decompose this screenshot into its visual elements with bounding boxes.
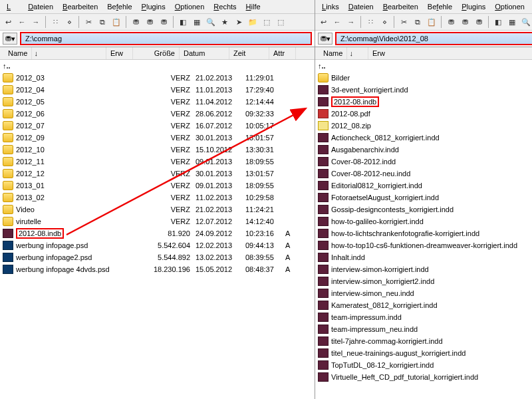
header-ext-r[interactable]: Erw <box>368 47 532 59</box>
view1-icon[interactable]: ◧ <box>177 16 189 28</box>
copy-icon-r[interactable]: ⧉ <box>412 16 424 28</box>
table-row[interactable]: 3d-event_korrigiert.indd <box>315 84 532 96</box>
table-row[interactable]: team-impressum_neu.indd <box>315 323 532 335</box>
table-row[interactable]: 2012_08.zip <box>315 120 532 132</box>
menu-links[interactable]: L <box>3 1 23 12</box>
menu-hilfe[interactable]: Hilfe <box>242 1 265 12</box>
table-row[interactable]: Cover-08-2012-neu.indd <box>315 168 532 180</box>
table-row[interactable]: Gossip-designcontests_korrigiert.indd <box>315 203 532 215</box>
right-file-list[interactable]: ↑.. Bilder 3d-event_korrigiert.indd 2012… <box>315 60 532 399</box>
header-name[interactable]: Name ↓ <box>0 47 106 59</box>
paste-icon-r[interactable]: 📋 <box>426 16 438 28</box>
table-row[interactable]: 2012_10 VERZ 15.10.2012 13:30:31 <box>0 144 315 156</box>
back-icon-r[interactable]: ← <box>331 16 343 28</box>
arrow-icon[interactable]: ➤ <box>233 16 245 28</box>
menu-dateien-r[interactable]: Dateien <box>344 1 378 12</box>
table-row[interactable]: 2012-08.indb 81.920 24.09.2012 10:23:16 … <box>0 227 315 239</box>
mask-icon[interactable]: ∷ <box>49 16 61 28</box>
header-time[interactable]: Zeit <box>229 47 269 59</box>
table-row[interactable]: 2012_04 VERZ 11.01.2013 17:29:40 <box>0 84 315 96</box>
table-row[interactable]: 2012_12 VERZ 30.01.2013 13:01:57 <box>0 168 315 180</box>
search-icon-r[interactable]: 🔍 <box>520 16 532 28</box>
table-row[interactable]: Ausgabenarchiv.indd <box>315 144 532 156</box>
table-row[interactable]: werbung infopage2.psd 5.544.892 13.02.20… <box>0 251 315 263</box>
table-row[interactable]: 2013_02 VERZ 11.02.2013 10:29:58 <box>0 192 315 203</box>
table-row[interactable]: werbung infopage.psd 5.542.604 12.02.201… <box>0 239 315 251</box>
left-path-box[interactable]: Z:\commag <box>20 32 312 45</box>
up-dir[interactable]: ↑.. <box>0 60 315 72</box>
star-icon-r[interactable]: ⋄ <box>378 16 390 28</box>
table-row[interactable]: 2012_09 VERZ 30.01.2013 13:01:57 <box>0 132 315 144</box>
drive3-icon-r[interactable]: ⛃ <box>473 16 485 28</box>
drive1-icon[interactable]: ⛃ <box>130 16 142 28</box>
table-row[interactable]: virutelle VERZ 12.07.2012 14:12:40 <box>0 215 315 227</box>
table-row[interactable]: 2012-08.indb <box>315 96 532 108</box>
header-attr[interactable]: Attr <box>269 47 296 59</box>
table-row[interactable]: Video VERZ 21.02.2013 11:24:21 <box>0 203 315 215</box>
table-row[interactable]: 2012-08.pdf <box>315 108 532 120</box>
search-icon[interactable]: 🔍 <box>205 16 217 28</box>
table-row[interactable]: Kameratest_0812_korrigiert.indd <box>315 299 532 311</box>
menu-optionen-r[interactable]: Optionen <box>491 1 529 12</box>
header-ext[interactable]: Erw <box>106 47 133 59</box>
table-row[interactable]: interview-simon-korrigiert.indd <box>315 263 532 275</box>
menu-plugins[interactable]: Plugins <box>138 1 170 12</box>
header-date[interactable]: Datum <box>180 47 229 59</box>
copy-icon[interactable]: ⧉ <box>96 16 108 28</box>
menu-bearbeiten-r[interactable]: Bearbeiten <box>379 1 422 12</box>
star-icon[interactable]: ⋄ <box>63 16 75 28</box>
table-row[interactable]: 2012_11 VERZ 09.01.2013 18:09:55 <box>0 156 315 168</box>
drive-button-left[interactable]: ⛃▾ <box>3 33 17 45</box>
table-row[interactable]: Virtuelle_Heft_CD_pdf_tutorial_korrigier… <box>315 371 532 383</box>
table-row[interactable]: Cover-08-2012.indd <box>315 156 532 168</box>
table-row[interactable]: how-to-top10-cs6-funktionen-dreamweaver-… <box>315 239 532 251</box>
view2-icon-r[interactable]: ▦ <box>506 16 518 28</box>
table-row[interactable]: titel_neue-trainings-august_korrigiert.i… <box>315 347 532 359</box>
menu-befehle-r[interactable]: Befehle <box>424 1 456 12</box>
forward-icon[interactable]: → <box>30 16 42 28</box>
table-row[interactable]: team-impressum.indd <box>315 311 532 323</box>
header-name-r[interactable]: Name ↓ <box>315 47 368 59</box>
table-row[interactable]: Inhalt.indd <box>315 251 532 263</box>
star2-icon[interactable]: ★ <box>219 16 231 28</box>
table-row[interactable]: 2012_06 VERZ 28.06.2012 09:32:33 <box>0 108 315 120</box>
cut-icon[interactable]: ✂ <box>82 16 94 28</box>
view1-icon-r[interactable]: ◧ <box>492 16 504 28</box>
drive-button-right[interactable]: ⛃▾ <box>318 33 332 45</box>
table-row[interactable]: 2013_01 VERZ 09.01.2013 18:09:55 <box>0 180 315 192</box>
table-row[interactable]: Bilder <box>315 72 532 84</box>
drive3-icon[interactable]: ⛃ <box>158 16 170 28</box>
table-row[interactable]: interview-simon_neu.indd <box>315 287 532 299</box>
menu-bearbeiten[interactable]: Bearbeiten <box>59 1 102 12</box>
menu-plugins-r[interactable]: Plugins <box>458 1 489 12</box>
drive1-icon-r[interactable]: ⛃ <box>445 16 457 28</box>
drive2-icon-r[interactable]: ⛃ <box>459 16 471 28</box>
table-row[interactable]: 2012_03 VERZ 21.02.2013 11:29:01 <box>0 72 315 84</box>
back-icon[interactable]: ← <box>16 16 28 28</box>
menu-optionen[interactable]: Optionen <box>171 1 209 12</box>
right-path-box[interactable]: Z:\commag\Video\2012_08 <box>335 32 532 45</box>
table-row[interactable]: titel-7jahre-commag-korrigiert.indd <box>315 335 532 347</box>
menu-rechts[interactable]: Rechts <box>209 1 240 12</box>
extra1-icon[interactable]: ⬚ <box>261 16 273 28</box>
history-back-icon[interactable]: ↩ <box>2 16 14 28</box>
forward-icon-r[interactable]: → <box>345 16 357 28</box>
mask-icon-r[interactable]: ∷ <box>364 16 376 28</box>
table-row[interactable]: 2012_07 VERZ 16.07.2012 10:05:17 <box>0 120 315 132</box>
menu-dateien[interactable]: Dateien <box>24 1 57 12</box>
left-file-list[interactable]: ↑.. 2012_03 VERZ 21.02.2013 11:29:01 201… <box>0 60 315 399</box>
table-row[interactable]: Actioncheck_0812_korrigiert.indd <box>315 132 532 144</box>
cut-icon-r[interactable]: ✂ <box>398 16 410 28</box>
table-row[interactable]: TopTutDL_08-12_korrigiert.indd <box>315 359 532 371</box>
table-row[interactable]: werbung infopage 4dvds.psd 18.230.196 15… <box>0 263 315 275</box>
table-row[interactable]: interview-simon_korrigiert2.indd <box>315 275 532 287</box>
table-row[interactable]: how-to-lichtschrankenfotografie-korrigie… <box>315 227 532 239</box>
table-row[interactable]: Editorial0812_korrigiert.indd <box>315 180 532 192</box>
up-dir[interactable]: ↑.. <box>315 60 532 72</box>
history-back-icon-r[interactable]: ↩ <box>317 16 329 28</box>
table-row[interactable]: 2012_05 VERZ 11.04.2012 12:14:44 <box>0 96 315 108</box>
folder-icon[interactable]: 📁 <box>247 16 259 28</box>
paste-icon[interactable]: 📋 <box>110 16 122 28</box>
menu-befehle[interactable]: Befehle <box>103 1 136 12</box>
menu-links-r[interactable]: Links <box>318 1 343 12</box>
